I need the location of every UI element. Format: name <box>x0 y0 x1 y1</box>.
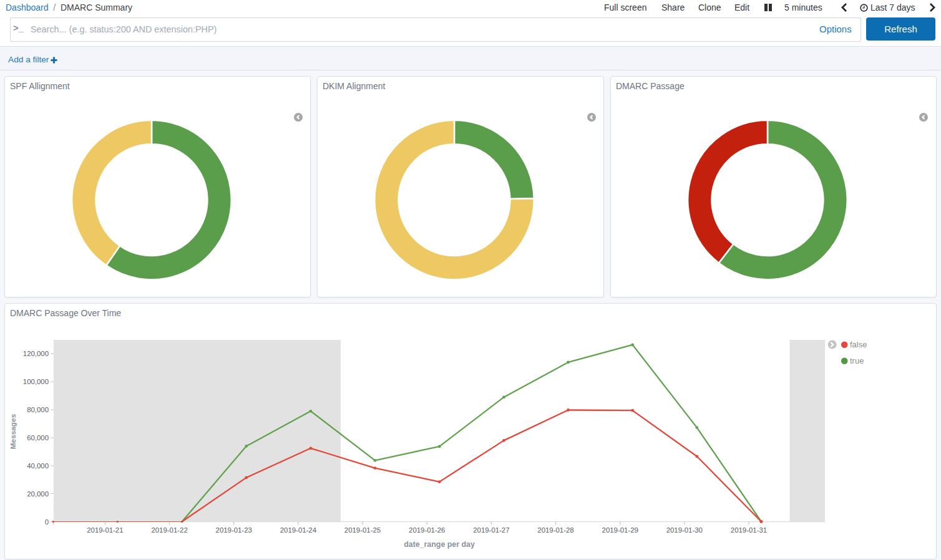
svg-text:true: true <box>850 356 864 365</box>
svg-text:60,000: 60,000 <box>27 434 49 442</box>
svg-text:2019-01-28: 2019-01-28 <box>537 526 573 534</box>
svg-text:0: 0 <box>45 518 49 526</box>
svg-text:20,000: 20,000 <box>27 490 49 498</box>
svg-text:2019-01-22: 2019-01-22 <box>151 526 187 534</box>
svg-text:Messages: Messages <box>9 413 17 449</box>
svg-text:false: false <box>850 340 867 349</box>
svg-text:80,000: 80,000 <box>27 406 49 413</box>
svg-text:2019-01-29: 2019-01-29 <box>602 526 638 534</box>
svg-text:2019-01-27: 2019-01-27 <box>473 526 509 534</box>
svg-text:2019-01-25: 2019-01-25 <box>344 526 381 534</box>
svg-text:120,000: 120,000 <box>23 350 49 357</box>
svg-text:2019-01-31: 2019-01-31 <box>731 526 767 534</box>
svg-text:100,000: 100,000 <box>23 378 49 385</box>
svg-text:2019-01-23: 2019-01-23 <box>216 526 252 534</box>
svg-text:2019-01-30: 2019-01-30 <box>666 526 703 534</box>
svg-text:2019-01-21: 2019-01-21 <box>87 526 123 534</box>
svg-text:date_range per day: date_range per day <box>404 540 475 549</box>
svg-text:2019-01-24: 2019-01-24 <box>280 526 316 534</box>
svg-text:2019-01-26: 2019-01-26 <box>409 526 445 534</box>
svg-text:40,000: 40,000 <box>27 462 49 470</box>
